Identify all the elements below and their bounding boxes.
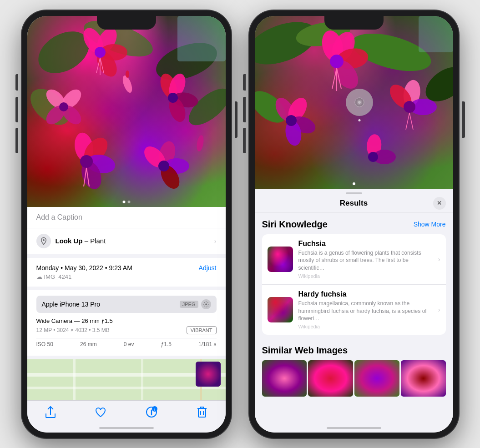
- knowledge-card: Fuchsia Fuchsia is a genus of flowering …: [262, 234, 446, 335]
- svg-rect-44: [73, 359, 76, 400]
- caption-placeholder: Add a Caption: [36, 213, 82, 221]
- volume-down-button[interactable]: [15, 128, 18, 153]
- similar-image-1[interactable]: [262, 360, 307, 397]
- hardy-thumb-image: [268, 297, 293, 322]
- svg-point-67: [330, 55, 344, 68]
- volume-down-button-right[interactable]: [243, 128, 246, 153]
- share-button[interactable]: [45, 406, 56, 421]
- results-title: Results: [340, 199, 368, 208]
- format-badge: JPEG: [180, 301, 198, 308]
- svg-text:i: i: [154, 408, 155, 412]
- svg-point-40: [205, 303, 207, 305]
- camera-specs: 12 MP • 3024 × 4032 • 3.5 MB VIBRANT: [36, 326, 217, 334]
- photo-dots: [122, 201, 130, 203]
- lookup-icon: [36, 234, 51, 248]
- caption-area[interactable]: Add a Caption: [27, 207, 226, 228]
- device-section: Apple iPhone 13 Pro JPEG Wide Camera: [27, 290, 226, 356]
- power-button[interactable]: [235, 101, 237, 138]
- favorite-button[interactable]: [95, 407, 106, 420]
- delete-button[interactable]: [197, 406, 207, 421]
- svg-point-50: [151, 409, 152, 411]
- photo-area-right[interactable]: [255, 16, 453, 189]
- svg-point-37: [195, 135, 204, 152]
- hardy-name: Hardy fuchsia: [298, 290, 433, 298]
- home-indicator-right: [327, 427, 381, 429]
- show-more-button[interactable]: Show More: [414, 221, 446, 228]
- siri-section-header: Siri Knowledge Show More: [262, 219, 446, 230]
- phone-wrapper: Add a Caption Look Up – Plant ›: [22, 10, 459, 438]
- hardy-source: Wikipedia: [298, 324, 433, 329]
- device-name: Apple iPhone 13 Pro: [42, 301, 100, 308]
- results-header: Results ✕: [255, 194, 453, 213]
- map-preview[interactable]: [27, 359, 226, 400]
- similar-image-4[interactable]: [401, 360, 446, 397]
- photo-dot-right-1: [353, 182, 355, 185]
- map-background: [27, 359, 226, 400]
- photo-dot-1: [122, 201, 125, 203]
- svg-point-84: [368, 152, 378, 162]
- adjust-button[interactable]: Adjust: [199, 264, 217, 272]
- lookup-row[interactable]: Look Up – Plant ›: [27, 228, 226, 254]
- meta-section: Monday • May 30, 2022 • 9:23 AM Adjust ☁…: [27, 258, 226, 287]
- knowledge-item-fuchsia[interactable]: Fuchsia Fuchsia is a genus of flowering …: [262, 234, 446, 284]
- visual-intelligence-button[interactable]: [346, 89, 373, 116]
- similar-image-2[interactable]: [308, 360, 353, 397]
- knowledge-item-hardy[interactable]: Hardy fuchsia Fuchsia magellanica, commo…: [262, 284, 446, 335]
- photo-area-left[interactable]: [27, 16, 226, 207]
- fuchsia-content: Fuchsia Fuchsia is a genus of flowering …: [298, 240, 433, 279]
- camera-mp: 12 MP • 3024 × 4032 • 3.5 MB: [36, 327, 110, 333]
- fuchsia-chevron-icon: ›: [438, 256, 440, 263]
- svg-rect-43: [27, 387, 226, 389]
- svg-point-39: [43, 239, 45, 241]
- vi-dot: [358, 119, 360, 121]
- info-button[interactable]: i: [146, 406, 157, 421]
- hardy-chevron-icon: ›: [438, 306, 440, 313]
- similar-web-section: Similar Web Images: [255, 339, 453, 400]
- heart-icon: [95, 407, 106, 420]
- info-panel-left: Add a Caption Look Up – Plant ›: [27, 207, 226, 433]
- exif-iso: ISO 50: [36, 341, 53, 347]
- hardy-content: Hardy fuchsia Fuchsia magellanica, commo…: [298, 290, 433, 329]
- notch: [97, 16, 156, 30]
- right-phone: Results ✕ Siri Knowledge Show More: [249, 10, 459, 438]
- left-phone: Add a Caption Look Up – Plant ›: [22, 10, 231, 438]
- hardy-description: Fuchsia magellanica, commonly known as t…: [298, 300, 433, 322]
- results-close-button[interactable]: ✕: [433, 197, 446, 210]
- svg-point-34: [158, 161, 169, 171]
- svg-rect-48: [196, 362, 221, 387]
- gear-icon[interactable]: [201, 299, 211, 309]
- fuchsia-source: Wikipedia: [298, 273, 433, 279]
- svg-rect-45: [141, 359, 143, 400]
- svg-point-22: [168, 93, 178, 103]
- svg-point-27: [80, 155, 93, 168]
- fuchsia-description: Fuchsia is a genus of flowering plants t…: [298, 249, 433, 272]
- right-phone-screen: Results ✕ Siri Knowledge Show More: [255, 16, 453, 433]
- home-indicator: [99, 427, 154, 429]
- power-button-right[interactable]: [462, 101, 465, 138]
- similar-image-3[interactable]: [354, 360, 399, 397]
- svg-rect-54: [198, 408, 206, 417]
- volume-up-button[interactable]: [15, 97, 18, 122]
- similar-images-grid: [262, 360, 446, 397]
- device-badges: JPEG: [180, 299, 211, 309]
- meta-filename: ☁ IMG_4241: [36, 273, 217, 280]
- fuchsia-name: Fuchsia: [298, 240, 433, 248]
- svg-point-36: [126, 70, 129, 78]
- similar-web-title: Similar Web Images: [262, 345, 446, 356]
- fuchsia-thumbnail: [268, 247, 293, 272]
- exif-ev: 0 ev: [124, 341, 134, 347]
- trash-icon: [197, 406, 207, 421]
- photo-dot-2: [127, 201, 130, 203]
- share-icon: [45, 406, 56, 421]
- fuchsia-thumb-image: [268, 247, 293, 272]
- volume-up-button-right[interactable]: [243, 97, 246, 122]
- notch-right: [324, 16, 384, 30]
- svg-point-75: [286, 115, 297, 126]
- vibrant-badge: VIBRANT: [187, 326, 217, 334]
- svg-point-17: [59, 102, 68, 111]
- exif-aperture: ƒ1.5: [161, 341, 172, 347]
- meta-date: Monday • May 30, 2022 • 9:23 AM: [36, 264, 132, 272]
- exif-row: ISO 50 26 mm 0 ev ƒ1.5 1/181 s: [36, 338, 217, 350]
- meta-date-row: Monday • May 30, 2022 • 9:23 AM Adjust: [36, 264, 217, 272]
- svg-point-79: [404, 101, 415, 113]
